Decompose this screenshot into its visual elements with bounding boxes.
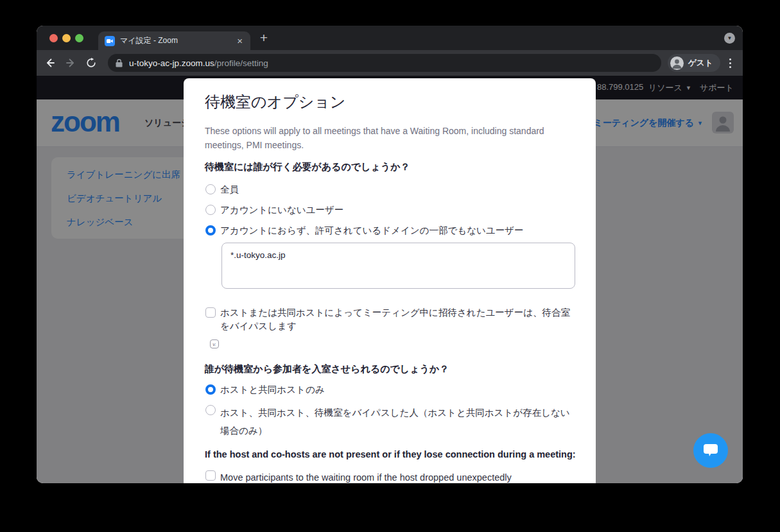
waiting-room-options-modal: 待機室のオプション These options will apply to al… — [184, 78, 596, 483]
radio-users-not-in-domains[interactable] — [205, 225, 216, 236]
close-window-button[interactable] — [49, 34, 58, 42]
radio-host-cohosts-bypass[interactable] — [205, 405, 216, 415]
tab-title: マイ設定 - Zoom — [120, 35, 236, 46]
broken-image-icon: v. — [210, 339, 219, 348]
back-button[interactable] — [42, 55, 58, 71]
radio-users-not-in-account[interactable] — [205, 205, 216, 215]
url-text: u-tokyo-ac-jp.zoom.us/profile/setting — [129, 58, 268, 68]
radio-host-cohosts-bypass-label: ホスト、共同ホスト、待機室をバイパスした人（ホストと共同ホストが存在しない場合の… — [220, 404, 575, 440]
browser-window: マイ設定 - Zoom × + ▼ u-tokyo-ac-jp.zoom.us/… — [37, 26, 743, 483]
modal-description: These options will apply to all meetings… — [205, 124, 548, 152]
browser-toolbar: u-tokyo-ac-jp.zoom.us/profile/setting ゲス… — [37, 50, 743, 76]
maximize-window-button[interactable] — [75, 34, 83, 42]
move-participants-checkbox[interactable] — [205, 470, 216, 481]
window-controls — [49, 26, 83, 50]
radio-host-cohosts-only-label: ホストと共同ホストのみ — [220, 383, 325, 397]
guest-label: ゲスト — [688, 58, 713, 69]
forward-button[interactable] — [63, 55, 78, 71]
question-who-goes-to-waiting-room: 待機室には誰が行く必要があるのでしょうか？ — [205, 161, 410, 173]
question-who-admits: 誰が待機室から参加者を入室させられるのでしょうか？ — [205, 363, 449, 375]
reload-button[interactable] — [83, 55, 99, 71]
radio-host-cohosts-only[interactable] — [205, 384, 216, 395]
bypass-waiting-room-label: ホストまたは共同ホストによってミーティング中に招待されたユーザーは、待合室をバイ… — [220, 306, 575, 333]
radio-everyone[interactable] — [205, 184, 216, 194]
profile-chip[interactable]: ゲスト — [668, 54, 720, 72]
profile-avatar-icon — [670, 56, 684, 70]
chat-widget-button[interactable] — [693, 433, 728, 468]
chat-bubble-icon — [703, 443, 718, 458]
address-bar[interactable]: u-tokyo-ac-jp.zoom.us/profile/setting — [108, 54, 661, 72]
bypass-waiting-room-checkbox[interactable] — [205, 307, 216, 318]
radio-users-not-in-account-label: アカウントにいないユーザー — [220, 203, 343, 217]
zoom-favicon-icon — [105, 36, 115, 46]
browser-menu-icon[interactable] — [722, 55, 738, 71]
radio-everyone-label: 全員 — [220, 183, 239, 196]
minimize-window-button[interactable] — [62, 34, 71, 42]
lock-icon[interactable] — [116, 59, 123, 67]
new-tab-button[interactable]: + — [258, 28, 270, 47]
browser-tab[interactable]: マイ設定 - Zoom × — [98, 31, 250, 50]
question-host-not-present: If the host and co-hosts are not present… — [205, 449, 576, 459]
modal-title: 待機室のオプション — [205, 92, 345, 112]
tab-search-icon[interactable]: ▼ — [724, 33, 735, 44]
tab-strip: マイ設定 - Zoom × + ▼ — [37, 26, 743, 50]
allowed-domains-input[interactable]: *.u-tokyo.ac.jp — [221, 243, 575, 289]
page-content: 88.799.0125 リソース▼ サポート zoom ソリューション ミーティ… — [37, 76, 743, 483]
radio-users-not-in-domains-label: アカウントにおらず、許可されているドメインの一部でもないユーザー — [220, 224, 524, 237]
tab-close-icon[interactable]: × — [236, 36, 244, 46]
move-participants-label: Move participants to the waiting room if… — [220, 471, 580, 483]
